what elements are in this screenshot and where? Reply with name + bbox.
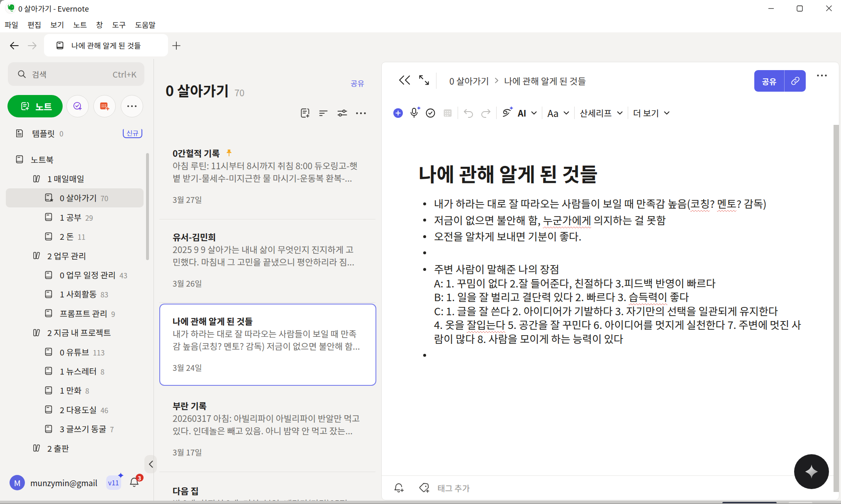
note-item-snippet: 2025 9 9 살아가는 내내 삶이 무엇인지 진지하게 고민했다. 마침내 … <box>173 243 360 268</box>
reminder-bell-icon[interactable] <box>392 482 405 494</box>
version-badge[interactable]: v11 <box>106 475 121 490</box>
new-event-button[interactable] <box>93 95 116 117</box>
new-note-button[interactable]: 노트 <box>7 95 63 117</box>
insert-task-icon[interactable] <box>425 108 436 118</box>
sidebar-item[interactable]: 프롬프트 관리9 <box>6 304 144 323</box>
undo-icon[interactable] <box>463 108 474 118</box>
share-button[interactable]: 공유 <box>754 70 806 92</box>
note-bullet-list: 내가 하라는 대로 잘 따라오는 사람들이 보일 때 만족감 높음(코칭? 멘토… <box>434 197 803 362</box>
sidebar-item[interactable]: 1 공부29 <box>6 207 144 226</box>
filter-icon[interactable] <box>318 107 329 119</box>
sidebar-item[interactable]: 1 사회활동83 <box>6 285 144 304</box>
account-row[interactable]: M munzymin@gmail v11 3 <box>0 473 154 492</box>
sidebar-item[interactable]: 3 글쓰기 동굴7 <box>6 419 144 438</box>
sidebar-item[interactable]: 2 업무 관리 <box>6 246 144 265</box>
menu-item[interactable]: 노트 <box>73 19 87 30</box>
new-tab-button[interactable] <box>172 41 181 50</box>
bullet-text: 의지하는 걸 못함 <box>591 212 666 227</box>
sidebar-item[interactable]: 2 출판 <box>6 438 144 458</box>
sidebar-item[interactable]: 노트북 <box>6 150 144 169</box>
note-list-item[interactable]: 나에 관해 알게 된 것들내가 하라는 대로 잘 따라오는 사람들이 보일 때 … <box>173 315 360 374</box>
menu-item[interactable]: 도구 <box>112 19 126 30</box>
toolbar-divider <box>574 107 575 119</box>
sidebar-item[interactable]: 0 살아가기70 <box>6 188 144 207</box>
sidebar-item[interactable]: 0 업무 일정 관리43 <box>6 265 144 284</box>
more-tools-label[interactable]: 더 보기 <box>633 107 659 119</box>
note-more-icon[interactable] <box>817 74 827 77</box>
notebook-icon <box>15 155 24 164</box>
close-button[interactable] <box>819 0 839 17</box>
bullet-item[interactable]: 저금이 없으면 불안해 함, 누군가에게 의지하는 걸 못함 <box>434 213 803 227</box>
nav-forward-button[interactable] <box>27 40 38 51</box>
sidebar-item[interactable]: 1 뉴스레터8 <box>6 361 144 380</box>
note-item-date: 3월 26일 <box>173 277 360 290</box>
sidebar-item-label: 1 사회활동83 <box>60 288 108 300</box>
add-tag-label[interactable]: 태그 추가 <box>437 482 470 494</box>
search-icon <box>17 69 27 79</box>
bullet-item[interactable] <box>434 246 803 260</box>
menu-item[interactable]: 창 <box>96 19 104 30</box>
toolbar-divider <box>542 107 542 119</box>
search-input[interactable]: 검색 Ctrl+K <box>8 62 144 86</box>
text-style-label[interactable]: Aa <box>547 106 558 120</box>
chevron-down-icon <box>531 111 537 115</box>
notifications-button[interactable]: 3 <box>129 477 140 488</box>
sidebar-item[interactable]: 2 지금 내 프로젝트 <box>6 323 144 342</box>
font-family-label[interactable]: 산세리프 <box>580 107 612 119</box>
menu-item[interactable]: 파일 <box>4 19 19 30</box>
tab-active[interactable]: 나에 관해 알게 된 것들 <box>44 34 168 56</box>
bullet-item[interactable]: 주변 사람이 말해준 나의 장점A: 1. 꾸밈이 없다 2.잘 들어준다, 친… <box>434 262 803 346</box>
maximize-button[interactable] <box>790 0 809 17</box>
sidebar-item-templates[interactable]: 템플릿 0 신규 <box>0 124 154 142</box>
bullet-text: 저금이 없으면 불안해 함, <box>434 212 543 227</box>
view-options-icon[interactable] <box>336 107 348 119</box>
sidebar-item[interactable]: 1 매일매일 <box>6 169 144 188</box>
breadcrumb-notebook[interactable]: 0 살아가기 <box>449 74 489 87</box>
note-list-item[interactable]: 부란 기록20260317 아침: 아빌리파이 아빌리파이 반알만 먹고 있다.… <box>173 399 360 458</box>
account-email: munzymin@gmail <box>30 477 98 488</box>
sidebar-item[interactable]: 2 다용도실46 <box>6 400 144 419</box>
note-list-item[interactable]: 0간헐적 기록아침 루틴: 11시부터 8시까지 취침 8:00 듀오링고-햇볕… <box>173 147 360 206</box>
sidebar-item[interactable]: 2 돈11 <box>6 227 144 246</box>
sidebar-more-button[interactable] <box>121 95 143 117</box>
breadcrumb-note[interactable]: 나에 관해 알게 된 것들 <box>504 74 586 87</box>
bullet-item[interactable]: 오전을 알차게 보내면 기분이 좋다. <box>434 229 803 243</box>
note-list-share-link[interactable]: 공유 <box>351 78 364 88</box>
menu-item[interactable]: 도움말 <box>134 19 156 30</box>
menu-item[interactable]: 편집 <box>27 19 41 30</box>
notebook-star-icon <box>44 193 54 203</box>
note-item-title: 0간헐적 기록 <box>173 147 220 159</box>
add-note-icon[interactable] <box>299 107 310 119</box>
sidebar-scrollbar[interactable] <box>146 153 149 260</box>
dictation-mic-icon[interactable] <box>410 107 419 118</box>
ai-edit-icon[interactable] <box>502 107 512 118</box>
editor-scrollbar[interactable] <box>834 125 839 492</box>
notebook-icon <box>44 405 53 414</box>
toolbar-divider <box>458 107 458 119</box>
nav-back-button[interactable] <box>9 40 20 51</box>
sidebar-item-count: 43 <box>119 270 127 280</box>
collapse-panel-icon[interactable] <box>398 74 411 86</box>
ai-assistant-button[interactable] <box>794 454 829 489</box>
note-title[interactable]: 나에 관해 알게 된 것들 <box>419 161 797 186</box>
bullet-item[interactable] <box>434 348 803 362</box>
copy-link-icon[interactable] <box>785 76 806 86</box>
add-tag-icon[interactable] <box>418 482 430 494</box>
menu-item[interactable]: 보기 <box>50 19 64 30</box>
insert-plus-icon[interactable] <box>393 108 403 118</box>
sidebar-item-count: 70 <box>100 193 108 203</box>
minimize-button[interactable] <box>761 0 780 17</box>
window-title: 0 살아가기 - Evernote <box>18 0 89 17</box>
ai-label[interactable]: AI <box>518 107 526 119</box>
insert-calendar-icon[interactable] <box>443 108 453 118</box>
bullet-item[interactable]: 내가 하라는 대로 잘 따라오는 사람들이 보일 때 만족감 높음(코칭? 멘토… <box>434 197 803 211</box>
sidebar-item[interactable]: 1 만화8 <box>6 381 144 400</box>
note-content[interactable]: 나에 관해 알게 된 것들 내가 하라는 대로 잘 따라오는 사람들이 보일 때… <box>419 161 797 365</box>
toolbar-divider <box>628 107 628 119</box>
expand-note-icon[interactable] <box>418 74 430 86</box>
list-more-icon[interactable] <box>356 112 366 114</box>
note-list-item[interactable]: 유서-김민희2025 9 9 살아가는 내내 삶이 무엇인지 진지하게 고민했다… <box>173 231 360 290</box>
new-task-button[interactable] <box>66 95 89 117</box>
sidebar-item[interactable]: 0 유튜브113 <box>6 342 144 361</box>
redo-icon[interactable] <box>480 108 491 118</box>
